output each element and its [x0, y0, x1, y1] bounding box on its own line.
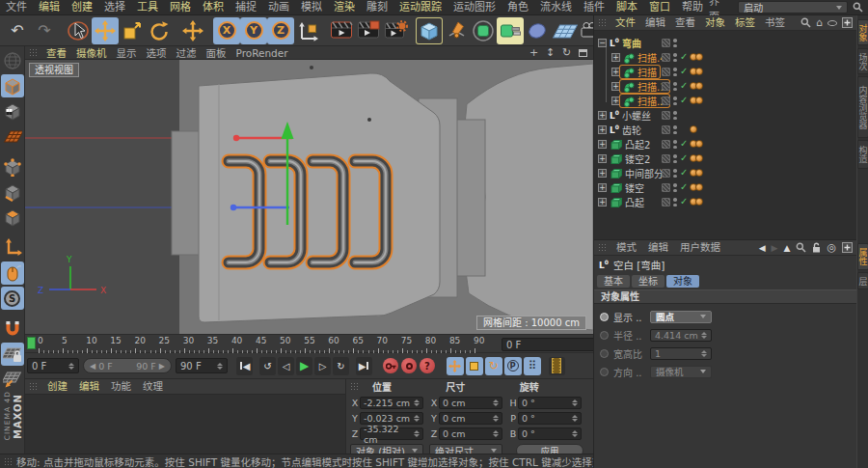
keyframe-circle-icon[interactable]	[600, 313, 609, 321]
tree-row-扫描.2[interactable]: +扫描.2✓	[594, 94, 857, 108]
coords-field-位置-Z[interactable]: -35.322 cm	[360, 427, 423, 440]
menu-item-1[interactable]: 编辑	[640, 15, 670, 30]
menu-item-11[interactable]: 雕刻	[361, 0, 393, 14]
menu-item-1[interactable]: 编辑	[33, 0, 66, 14]
enabled-check-icon[interactable]: ✓	[680, 66, 688, 76]
dock-tab-属性[interactable]: 属性	[857, 243, 868, 270]
keyframe-circle-icon[interactable]	[600, 349, 609, 358]
tree-row-镂空[interactable]: +镂空✓	[594, 180, 857, 195]
move-tool-button[interactable]	[92, 17, 119, 44]
powerslider-settings-button[interactable]	[549, 357, 565, 375]
key-position-button[interactable]	[447, 357, 464, 375]
search-icon[interactable]	[800, 17, 811, 28]
points-mode-button[interactable]	[1, 155, 24, 179]
menu-item-18[interactable]: 窗口	[643, 0, 676, 14]
lock-icon[interactable]	[812, 242, 821, 253]
menu-item-5[interactable]: 面板	[202, 46, 231, 60]
menu-item-0[interactable]: 创建	[41, 379, 73, 394]
object-tags[interactable]	[690, 198, 703, 206]
enabled-check-icon[interactable]: ✓	[680, 138, 688, 149]
menu-item-4[interactable]: 过滤	[172, 46, 202, 60]
visibility-dots[interactable]	[673, 183, 677, 192]
keyframe-selection-button[interactable]: ⠿	[524, 357, 541, 375]
end-frame-field[interactable]: 90 F	[176, 358, 228, 373]
object-tags[interactable]	[690, 154, 703, 162]
menu-item-6[interactable]: ProRender	[231, 46, 293, 60]
layer-toggle[interactable]	[662, 183, 670, 192]
menu-item-0[interactable]: 查看	[41, 46, 71, 60]
visibility-dots[interactable]	[673, 53, 677, 62]
menu-item-0[interactable]: 文件	[610, 15, 640, 30]
enabled-check-icon[interactable]: ✓	[680, 196, 688, 206]
add-volume-button[interactable]	[524, 17, 551, 44]
frame-range-slider[interactable]: ◀0 F90 F▶	[83, 358, 172, 373]
tree-row-扫描.4[interactable]: +扫描.4✓	[594, 50, 857, 65]
history-forward-icon[interactable]: ▶	[772, 243, 778, 253]
add-generator-button[interactable]	[470, 17, 497, 44]
visibility-dots[interactable]	[673, 154, 677, 163]
attribute-dropdown-3[interactable]: 摄像机	[650, 366, 712, 378]
target-icon[interactable]: ◎	[827, 241, 836, 254]
object-tags[interactable]	[690, 169, 703, 177]
play-loop-button[interactable]: ↻	[333, 357, 349, 375]
add-deformer-button[interactable]	[497, 17, 524, 44]
edges-mode-button[interactable]	[1, 180, 24, 204]
coords-field-尺寸-Y[interactable]: 0 cm	[439, 412, 502, 425]
expander-icon[interactable]: +	[611, 68, 620, 76]
object-tags[interactable]	[690, 183, 703, 191]
menu-item-12[interactable]: 运动跟踪	[393, 0, 448, 14]
panel-grip-icon[interactable]	[598, 243, 607, 252]
menu-item-2[interactable]: 用户数据	[674, 240, 726, 255]
current-frame-field[interactable]: 0 F	[27, 358, 79, 373]
menu-item-17[interactable]: 脚本	[610, 0, 643, 14]
menu-item-5[interactable]: 网格	[164, 0, 197, 14]
tree-row-中间部分[interactable]: +中间部分✓	[594, 166, 857, 180]
add-icon[interactable]	[842, 242, 853, 253]
visibility-dots[interactable]	[673, 68, 677, 76]
visibility-dots[interactable]	[673, 82, 677, 91]
key-rotation-button[interactable]: ↻	[485, 357, 502, 375]
interface-dropdown[interactable]: 启动	[738, 1, 848, 14]
menu-item-2[interactable]: 显示	[112, 46, 142, 60]
layer-toggle[interactable]	[662, 154, 670, 163]
menu-item-8[interactable]: 动画	[262, 0, 295, 14]
coords-field-尺寸-X[interactable]: 0 cm	[439, 397, 502, 409]
texture-mode-button[interactable]	[1, 99, 24, 123]
key-scale-button[interactable]	[466, 357, 483, 375]
menu-item-19[interactable]: 帮助	[676, 0, 709, 14]
lock-z-axis-button[interactable]: Z	[267, 17, 294, 44]
enabled-check-icon[interactable]: ✓	[680, 167, 688, 178]
autokeying-button[interactable]	[401, 358, 417, 373]
attribute-dropdown-0[interactable]: 圆点	[650, 311, 712, 323]
menu-item-2[interactable]: 查看	[670, 15, 700, 30]
layer-toggle[interactable]	[662, 125, 670, 134]
lock-y-axis-button[interactable]: Y	[240, 17, 267, 44]
attribute-field-1[interactable]: 4.414 cm	[650, 329, 712, 342]
expander-icon[interactable]: +	[611, 96, 620, 105]
menu-item-16[interactable]: 插件	[578, 0, 610, 14]
panel-grip-icon[interactable]	[29, 48, 38, 57]
layer-toggle[interactable]	[662, 140, 670, 149]
layer-toggle[interactable]	[662, 198, 670, 206]
coords-field-旋转-H[interactable]: 0 °	[518, 397, 582, 409]
expander-icon[interactable]: −	[598, 39, 607, 47]
scale-tool-button[interactable]	[119, 17, 146, 44]
add-environment-button[interactable]	[551, 17, 578, 44]
filter-icon[interactable]	[827, 20, 837, 26]
tree-row-扫描.1[interactable]: +扫描.1✓	[594, 79, 857, 94]
layer-toggle[interactable]	[662, 96, 670, 105]
expander-icon[interactable]: +	[598, 198, 607, 206]
coords-field-尺寸-Z[interactable]: 0 cm	[439, 427, 502, 440]
dock-tab-层[interactable]: 层	[857, 272, 868, 289]
menu-item-4[interactable]: 标签	[730, 15, 760, 30]
gizmo-z-handle[interactable]	[231, 205, 236, 210]
lock-x-axis-button[interactable]: X	[213, 17, 240, 44]
layer-toggle[interactable]	[662, 53, 670, 62]
model-step-outer[interactable]	[456, 120, 485, 276]
visibility-dots[interactable]	[673, 198, 677, 206]
expander-icon[interactable]: +	[598, 111, 607, 120]
dock-tab-对象[interactable]: 对象	[857, 19, 868, 45]
add-primitive-button[interactable]	[416, 17, 443, 44]
coords-field-旋转-B[interactable]: 0 °	[518, 427, 582, 440]
enabled-check-icon[interactable]: ✓	[680, 95, 688, 105]
